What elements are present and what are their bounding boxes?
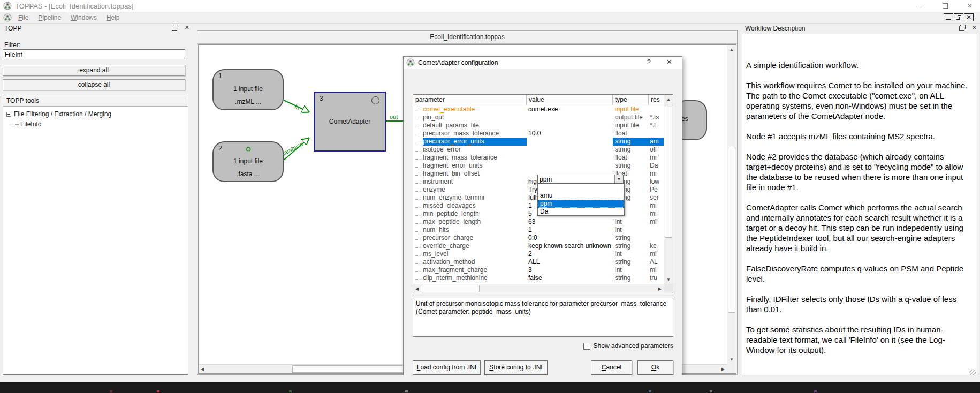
param-row-max_peptide_length[interactable]: max_peptide_length63intmi [413, 218, 673, 226]
node-status-circle [371, 96, 379, 104]
param-row-comet_executable[interactable]: comet_executablecomet.exeinput file [413, 105, 673, 114]
tree-branch-icon [415, 244, 421, 248]
topp-panel: TOPP ✕ Filter: expand all collapse all T… [0, 24, 193, 382]
mdi-minimize-button[interactable] [944, 13, 953, 21]
node-input-fasta[interactable]: 2 ♻ 1 input file .fasta ... [212, 141, 284, 182]
param-row-activation_method[interactable]: activation_methodALLstringAL [413, 258, 673, 266]
tree-item-fileinfo[interactable]: FileInfo [12, 120, 41, 128]
show-advanced-label: Show advanced parameters [594, 342, 673, 350]
show-advanced-checkbox[interactable] [583, 343, 590, 350]
load-config-button[interactable]: Load config from .INI file [413, 360, 481, 375]
menu-help[interactable]: Help [102, 13, 124, 22]
description-paragraph: Node #2 provides the database (which alr… [746, 152, 973, 192]
combo-option-Da[interactable]: Da [538, 208, 624, 216]
table-vertical-scrollbar[interactable]: ▼ [664, 105, 673, 284]
collapse-expander-icon[interactable] [6, 112, 11, 117]
column-header-parameter[interactable]: parameter [413, 95, 527, 105]
node-input-mzml[interactable]: 1 1 input file .mzML ... [212, 69, 284, 110]
canvas-scrollbar-corner [727, 364, 736, 373]
description-paragraph: CometAdapter calls Comet which performs … [746, 202, 973, 253]
combo-option-amu[interactable]: amu [538, 192, 624, 200]
tree-branch-icon [415, 131, 421, 135]
store-config-button[interactable]: Store config to .INI file [484, 360, 548, 375]
filter-label: Filter: [4, 41, 20, 49]
table-scroll-up-icon[interactable]: ▲ [664, 95, 673, 105]
topp-tools-box: TOPP tools File Filtering / Extraction /… [3, 95, 188, 375]
table-scrollbar-corner [664, 284, 673, 293]
collapse-all-button[interactable]: collapse all [3, 79, 185, 90]
float-panel-icon[interactable] [960, 25, 966, 29]
tree-branch-icon [415, 179, 421, 184]
param-row-max_fragment_charge[interactable]: max_fragment_charge3intmi [413, 266, 673, 274]
status-strip [0, 375, 980, 382]
menu-windows[interactable]: Windows [66, 13, 101, 22]
param-row-ms_level[interactable]: ms_level2intmi [413, 250, 673, 258]
window-title: TOPPAS - [Ecoli_Identification.toppas] [15, 2, 133, 10]
close-panel-icon[interactable]: ✕ [972, 25, 977, 30]
cancel-button[interactable]: Cancel [591, 360, 632, 375]
menu-pipeline[interactable]: Pipeline [34, 13, 65, 22]
app-icon [3, 2, 12, 10]
param-row-precursor_error_units[interactable]: precursor_error_unitsstringam [413, 138, 673, 146]
dialog-close-button[interactable]: ✕ [666, 58, 672, 66]
cometadapter-config-dialog: CometAdapter configuration ? ✕ parameter… [403, 56, 682, 381]
param-row-pin_out[interactable]: pin_outoutput file*.ts [413, 114, 673, 122]
column-header-value[interactable]: value [527, 95, 613, 105]
description-paragraph: This workflow requires Comet to be insta… [746, 80, 973, 121]
dialog-help-button[interactable]: ? [647, 58, 651, 66]
tree-branch-icon [415, 147, 421, 152]
tree-branch-icon [415, 276, 421, 280]
param-row-clip_nterm_methionine[interactable]: clip_nterm_methioninefalsestringtru [413, 274, 673, 282]
minimize-button[interactable] [916, 1, 925, 11]
tree-branch-icon [415, 107, 421, 111]
param-row-default_params_file[interactable]: default_params_fileinput file*.t [413, 122, 673, 130]
combobox-popup-list: amuppmDa [537, 184, 625, 216]
tree-branch-icon [415, 268, 421, 272]
title-bar: TOPPAS - [Ecoli_Identification.toppas] ✕ [0, 0, 980, 12]
mdi-window-buttons: ✕ [944, 13, 974, 21]
tree-branch-icon [415, 220, 421, 224]
param-row-override_charge[interactable]: override_chargekeep known search unknown… [413, 242, 673, 250]
workflow-tab-title: Ecoli_Identification.toppas [197, 31, 737, 44]
workflow-description-box[interactable]: A simple identification workflow.This wo… [742, 34, 977, 378]
description-paragraph: FalseDiscoveryRate computes q-values on … [746, 263, 973, 284]
filter-input[interactable] [3, 49, 185, 59]
tree-branch-icon [415, 195, 421, 200]
param-row-fragment_error_units[interactable]: fragment_error_unitsstringDa [413, 162, 673, 170]
mdi-close-button[interactable]: ✕ [964, 13, 974, 21]
tree-branch-icon [415, 260, 421, 264]
column-header-restrictions[interactable]: res [649, 95, 664, 105]
param-row-precursor_mass_tolerance[interactable]: precursor_mass_tolerance10.0float [413, 130, 673, 138]
advanced-parameters-row: Show advanced parameters [404, 342, 673, 350]
dialog-icon [406, 58, 415, 67]
ok-button[interactable]: Ok [637, 360, 673, 375]
param-row-isotope_error[interactable]: isotope_errorstringoff [413, 146, 673, 154]
recycle-icon: ♻ [214, 145, 283, 153]
close-panel-icon[interactable]: ✕ [185, 25, 189, 30]
mdi-restore-button[interactable] [954, 13, 963, 21]
param-row-num_hits[interactable]: num_hits1int [413, 226, 673, 234]
param-row-precursor_charge[interactable]: precursor_charge0:0string [413, 234, 673, 242]
canvas-vertical-scrollbar[interactable]: ▲ ▼ [727, 45, 736, 364]
tree-group-file-filtering[interactable]: File Filtering / Extraction / Merging [6, 110, 111, 118]
maximize-button[interactable] [940, 1, 950, 11]
workflow-description-title: Workflow Description [745, 25, 805, 32]
combo-option-ppm[interactable]: ppm [538, 200, 624, 208]
column-header-type[interactable]: type [613, 95, 649, 105]
tree-branch-icon [415, 123, 421, 127]
tree-branch-icon [415, 163, 421, 168]
tree-branch-icon [415, 228, 421, 232]
precursor-error-units-combobox[interactable]: ppm ▼ [537, 175, 624, 184]
param-row-fragment_mass_tolerance[interactable]: fragment_mass_tolerancefloatmi [413, 154, 673, 162]
expand-all-button[interactable]: expand all [3, 65, 185, 76]
description-paragraph: Finally, IDFilter selects only those IDs… [746, 294, 973, 314]
menu-file[interactable]: File [14, 13, 33, 22]
close-button[interactable]: ✕ [965, 1, 975, 11]
float-panel-icon[interactable] [173, 25, 178, 29]
table-horizontal-scrollbar[interactable]: ◀ ▶ [413, 284, 664, 293]
parameter-description-box: Unit of precursor monoisotopic mass tole… [413, 298, 673, 337]
node-cometadapter[interactable]: 3 CometAdapter [314, 92, 386, 152]
combobox-dropdown-icon[interactable]: ▼ [614, 175, 623, 183]
tree-branch-icon [415, 115, 421, 119]
tree-branch-icon [415, 252, 421, 256]
